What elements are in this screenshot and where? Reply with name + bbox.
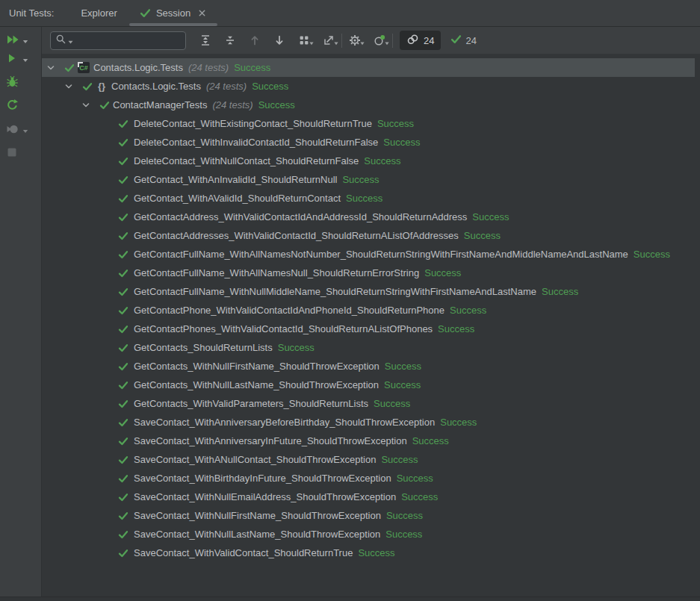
test-row[interactable]: GetContactFullName_WithNullMiddleName_Sh… [42, 282, 700, 301]
test-row[interactable]: GetContactPhone_WithValidContactIdAndPho… [42, 301, 700, 320]
test-row[interactable]: GetContact_WithAValidId_ShouldReturnCont… [42, 189, 700, 208]
test-row[interactable]: GetContacts_ShouldReturnListsSuccess [42, 338, 700, 357]
success-check-icon [118, 137, 128, 148]
test-row[interactable]: SaveContact_WithNullLastName_ShouldThrow… [42, 525, 700, 544]
test-tree: C# Contacts.Logic.Tests (24 tests) Succe… [42, 54, 700, 601]
track-running-test-icon[interactable] [374, 34, 385, 46]
debug-button[interactable] [6, 74, 19, 92]
dropdown-caret-icon [22, 54, 28, 65]
next-test-icon[interactable] [273, 34, 285, 46]
test-status: Success [440, 417, 477, 428]
test-status: Success [450, 305, 486, 316]
success-check-icon [82, 81, 93, 92]
test-row[interactable]: DeleteContact_WithExistingContact_Should… [42, 114, 700, 133]
run-all-icon [6, 34, 20, 48]
tab-session[interactable]: Session [128, 0, 219, 26]
stop-button[interactable] [6, 144, 18, 162]
chevron-down-icon[interactable] [80, 99, 92, 111]
test-row[interactable]: GetContacts_WithValidParameters_ShouldRe… [42, 394, 700, 413]
test-row[interactable]: SaveContact_WithAnniversaryInFuture_Shou… [42, 432, 700, 450]
success-check-icon [118, 268, 128, 278]
export-icon[interactable] [323, 34, 335, 46]
tree-row-class[interactable]: ContactManagerTests (24 tests) Success [42, 96, 700, 114]
test-status: Success [634, 249, 670, 260]
tree-row-namespace[interactable]: {} Contacts.Logic.Tests (24 tests) Succe… [42, 77, 700, 96]
test-status: Success [385, 361, 421, 372]
success-check-icon [118, 399, 128, 409]
search-options-caret-icon[interactable] [68, 35, 73, 46]
settings-gear-icon[interactable] [349, 34, 361, 46]
expand-all-icon[interactable] [199, 34, 211, 46]
success-check-icon [118, 175, 128, 185]
success-check-icon [118, 380, 128, 390]
test-status: Success [438, 323, 474, 334]
run-button[interactable] [6, 50, 28, 68]
success-check-icon [118, 548, 128, 558]
test-row[interactable]: GetContact_WithAnInvalidId_ShouldReturnN… [42, 170, 700, 189]
test-row[interactable]: SaveContact_WithAnniversaryBeforeBirthda… [42, 413, 700, 432]
success-check-icon [118, 343, 128, 353]
test-row[interactable]: DeleteContact_WithInvalidContactId_Shoul… [42, 133, 700, 152]
test-row[interactable]: SaveContact_WithNullEmailAddress_ShouldT… [42, 488, 700, 506]
collapse-all-icon[interactable] [224, 34, 236, 46]
test-name: DeleteContact_WithExistingContact_Should… [134, 118, 372, 129]
test-row[interactable]: SaveContact_WithANullContact_ShouldThrow… [42, 450, 700, 469]
unit-tests-panel: Unit Tests: Explorer Session [0, 0, 700, 601]
test-name: GetContactAddresses_WithValidContactId_S… [134, 230, 459, 241]
tree-row-project[interactable]: C# Contacts.Logic.Tests (24 tests) Succe… [42, 58, 695, 77]
test-status: Success [397, 473, 433, 484]
test-status: Success [278, 342, 315, 353]
passed-tests-badge[interactable]: 24 [450, 34, 476, 47]
run-icon [6, 52, 20, 66]
tab-session-label: Session [156, 7, 191, 19]
dropdown-caret-icon [22, 125, 28, 136]
tree-toolbar: 24 24 [42, 27, 700, 54]
test-status: Success [464, 230, 501, 241]
test-row[interactable]: SaveContact_WithNullFirstName_ShouldThro… [42, 506, 700, 525]
test-list: DeleteContact_WithExistingContact_Should… [42, 114, 700, 562]
all-tests-toggle[interactable]: 24 [400, 31, 441, 50]
success-check-icon [118, 511, 128, 521]
test-row[interactable]: GetContactFullName_WithAllNamesNotNumber… [42, 245, 700, 264]
test-row[interactable]: GetContactAddress_WithValidContactIdAndA… [42, 208, 700, 226]
test-name: GetContacts_WithNullFirstName_ShouldThro… [134, 361, 380, 372]
panel-tab-bar: Unit Tests: Explorer Session [0, 0, 700, 27]
test-row[interactable]: GetContactPhones_WithValidContactId_Shou… [42, 320, 700, 338]
test-row[interactable]: DeleteContact_WithNullContact_ShouldRetu… [42, 152, 700, 170]
success-check-icon [118, 436, 128, 446]
success-check-icon [450, 34, 462, 47]
search-input[interactable] [75, 35, 181, 46]
test-name: GetContactFullName_WithNullMiddleName_Sh… [134, 286, 536, 297]
test-name: GetContacts_WithNullLastName_ShouldThrow… [134, 379, 379, 390]
test-name: GetContactAddress_WithValidContactIdAndA… [134, 211, 467, 222]
test-row[interactable]: SaveContact_WithBirthdayInFuture_ShouldT… [42, 469, 700, 488]
test-row[interactable]: GetContacts_WithNullLastName_ShouldThrow… [42, 376, 700, 394]
test-name: SaveContact_WithAnniversaryBeforeBirthda… [134, 417, 435, 428]
chevron-down-icon[interactable] [63, 81, 75, 93]
test-row[interactable]: GetContacts_WithNullFirstName_ShouldThro… [42, 357, 700, 376]
search-box[interactable] [50, 31, 186, 50]
test-status: Success [346, 193, 382, 204]
chevron-down-icon[interactable] [45, 62, 57, 74]
dropdown-caret-icon [22, 35, 28, 46]
test-status: Success [377, 118, 414, 129]
rerun-button[interactable] [6, 97, 19, 115]
profile-icon [6, 123, 20, 137]
group-by-icon[interactable] [298, 34, 310, 46]
test-name: SaveContact_WithValidContact_ShouldRetur… [134, 547, 353, 558]
test-status: Success [401, 491, 438, 502]
run-all-button[interactable] [6, 31, 28, 49]
tab-explorer[interactable]: Explorer [70, 0, 127, 26]
dropdown-caret-icon [309, 37, 314, 48]
test-row[interactable]: GetContactAddresses_WithValidContactId_S… [42, 226, 700, 245]
profile-button[interactable] [6, 121, 28, 139]
success-check-icon [140, 7, 151, 19]
success-check-icon [64, 63, 75, 73]
debug-icon [6, 75, 19, 90]
test-row[interactable]: GetContactFullName_WithAllNamesNull_Shou… [42, 264, 700, 282]
close-icon[interactable] [197, 8, 207, 18]
test-name: GetContacts_WithValidParameters_ShouldRe… [134, 398, 368, 409]
namespace-icon: {} [96, 81, 108, 93]
test-row[interactable]: SaveContact_WithValidContact_ShouldRetur… [42, 544, 700, 562]
csharp-project-icon: C# [78, 62, 90, 74]
